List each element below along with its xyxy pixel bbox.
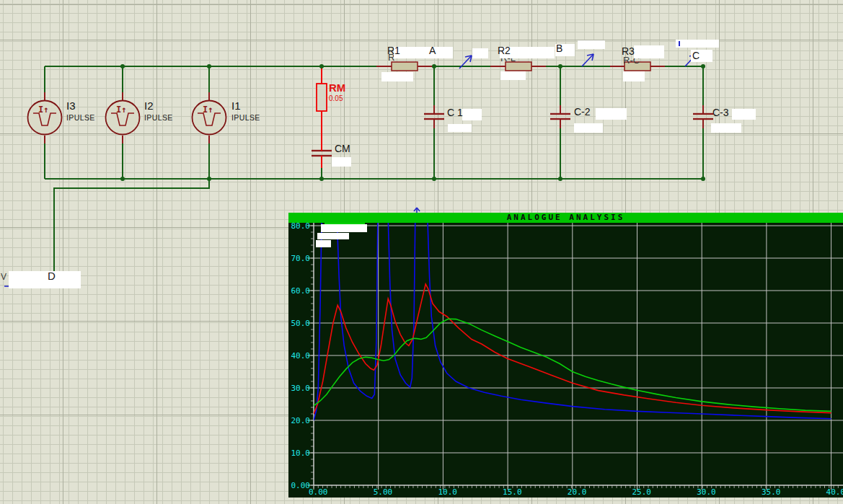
- cm-ref-label[interactable]: CM: [335, 143, 350, 154]
- analysis-plot[interactable]: 0.005.0010.015.020.025.030.035.040.00.00…: [288, 223, 843, 498]
- redaction-patch: [394, 47, 453, 58]
- capacitor-plates[interactable]: [312, 114, 713, 156]
- source-ref-label[interactable]: I1: [231, 100, 241, 111]
- redaction-patch: [623, 71, 645, 81]
- svg-text:5.00: 5.00: [374, 487, 393, 497]
- redaction-patch: [634, 45, 664, 58]
- svg-text:80.0: 80.0: [291, 223, 311, 231]
- source-ref-label[interactable]: I3: [66, 100, 76, 111]
- legend-redaction-patch: [317, 233, 349, 239]
- node-b-label[interactable]: B: [556, 43, 562, 53]
- r1-ref-label[interactable]: R1: [387, 45, 400, 56]
- current-arrow-glyph: I↑: [116, 105, 126, 115]
- probe-mark-fragment: [679, 41, 680, 46]
- graph-title-bar[interactable]: ANALOGUE ANALYSIS: [288, 213, 843, 223]
- rm-value-label[interactable]: 0.05: [329, 95, 343, 102]
- redaction-patch: [732, 109, 756, 120]
- source-model-label[interactable]: IPULSE: [66, 114, 95, 122]
- redaction-patch: [596, 108, 627, 120]
- source-model-label[interactable]: IPULSE: [144, 114, 173, 122]
- node-c-label[interactable]: C: [692, 50, 699, 61]
- component-pins: [45, 66, 703, 143]
- svg-text:20.0: 20.0: [291, 416, 311, 425]
- proteus-workspace: I↑ I↑ I↑ R R-L R-C V: [0, 0, 843, 504]
- c2-ref-label[interactable]: C-2: [574, 107, 591, 117]
- source-ref-label[interactable]: I2: [144, 100, 154, 111]
- svg-text:0.00: 0.00: [309, 487, 328, 497]
- svg-text:70.0: 70.0: [291, 254, 311, 263]
- wire-to-terminal-d: [54, 179, 209, 273]
- svg-text:10.0: 10.0: [291, 448, 311, 458]
- svg-text:10.0: 10.0: [438, 487, 457, 497]
- axis-tick-labels: 0.005.0010.015.020.025.030.035.040.00.00…: [291, 223, 843, 497]
- plot-axes: [314, 223, 843, 485]
- source-model-label[interactable]: IPULSE: [231, 114, 260, 122]
- current-arrow-glyph: I↑: [203, 105, 213, 115]
- legend-redaction-patch: [316, 240, 331, 247]
- redaction-patch: [472, 48, 488, 58]
- svg-text:15.0: 15.0: [503, 487, 522, 497]
- plot-ticks: [308, 226, 838, 490]
- analogue-analysis-window[interactable]: ANALOGUE ANALYSIS 0.005.0010.015.020.025…: [288, 213, 843, 498]
- current-sources[interactable]: I↑ I↑ I↑: [28, 101, 226, 135]
- redaction-patch: [448, 124, 472, 132]
- voltage-probe-b-icon: [582, 54, 593, 66]
- covered-label-fragment: V: [1, 272, 6, 282]
- redaction-patch: [462, 109, 482, 120]
- source-current-glyphs: I↑ I↑ I↑: [38, 105, 213, 115]
- node-a-label[interactable]: A: [429, 45, 436, 56]
- svg-text:30.0: 30.0: [697, 487, 716, 497]
- legend-redaction-patch: [321, 224, 367, 232]
- current-arrow-glyph: I↑: [38, 105, 48, 115]
- redaction-patch: [9, 271, 81, 288]
- resistor-rm: [317, 84, 327, 111]
- svg-text:35.0: 35.0: [762, 487, 781, 497]
- redaction-patch: [711, 123, 741, 133]
- c3-ref-label[interactable]: C-3: [712, 107, 729, 118]
- svg-text:25.0: 25.0: [632, 487, 652, 497]
- svg-text:40.0: 40.0: [291, 351, 311, 361]
- redaction-patch: [676, 40, 719, 48]
- redaction-patch: [332, 157, 351, 167]
- rm-ref-label[interactable]: RM: [329, 82, 345, 93]
- rm-selected-branch[interactable]: [317, 66, 327, 168]
- svg-text:0.00: 0.00: [291, 481, 311, 490]
- svg-text:60.0: 60.0: [291, 286, 311, 296]
- r3-ref-label[interactable]: R3: [622, 46, 635, 56]
- redaction-patch: [500, 71, 526, 80]
- svg-text:40.0: 40.0: [826, 487, 843, 497]
- svg-text:20.0: 20.0: [568, 487, 587, 497]
- resistor-r1: [392, 62, 418, 71]
- node-d-label[interactable]: D: [48, 270, 56, 281]
- c1-ref-label[interactable]: C 1: [447, 107, 463, 118]
- redaction-patch: [381, 72, 413, 81]
- plot-gridlines: [314, 223, 843, 485]
- svg-text:30.0: 30.0: [291, 384, 311, 393]
- redaction-patch: [574, 123, 603, 133]
- svg-text:50.0: 50.0: [291, 319, 311, 328]
- redaction-patch: [578, 40, 605, 49]
- r2-ref-label[interactable]: R2: [498, 45, 511, 56]
